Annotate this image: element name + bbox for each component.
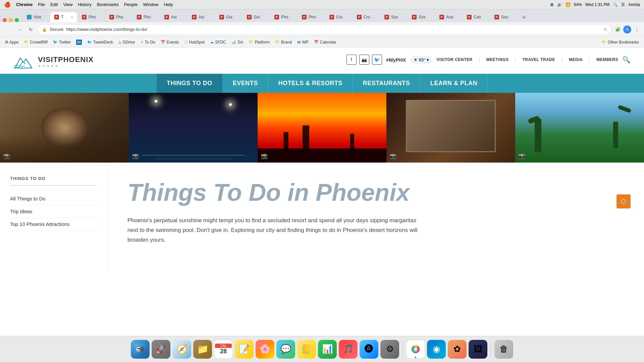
bookmark-calendar[interactable]: 📅 Calendar (312, 39, 339, 46)
dock-launchpad[interactable]: 🚀 (152, 340, 170, 359)
wifi-icon[interactable]: 📶 (566, 2, 571, 7)
calendar-dock-icon[interactable]: CAL 28 (214, 340, 233, 359)
dock-photos[interactable]: 🌸 (256, 340, 274, 359)
trash-icon[interactable]: 🗑 (494, 340, 513, 359)
menu-chrome[interactable]: Chrome (16, 2, 33, 7)
nav-learn-plan[interactable]: LEARN & PLAN (420, 74, 488, 93)
tab-pho4[interactable]: PPho (270, 12, 297, 22)
facebook-btn[interactable]: f (346, 55, 357, 65)
window-maximize-btn[interactable] (15, 18, 19, 22)
photo-3[interactable]: 📸 (258, 93, 386, 163)
address-bar[interactable]: 🔒 Secure https://www.visitphoenix.com/th… (38, 24, 612, 35)
dock-petal[interactable]: ✿ (448, 340, 467, 359)
back-btn[interactable]: ← (3, 25, 13, 34)
nav-visitor-center[interactable]: VISITOR CENTER (436, 57, 479, 62)
photos-icon[interactable]: 🌸 (256, 340, 274, 359)
bookmark-wp[interactable]: W WP (295, 39, 311, 46)
safari-icon[interactable]: 🧭 (172, 340, 191, 359)
twitter-btn[interactable]: 🐦 (372, 55, 382, 65)
nav-events[interactable]: EVENTS (223, 74, 268, 93)
menu-file[interactable]: File (38, 2, 45, 7)
petal-icon[interactable]: ✿ (448, 340, 467, 359)
tab-gui1[interactable]: PGui (215, 12, 242, 22)
dock-finder[interactable] (131, 340, 150, 359)
site-search-btn[interactable]: 🔍 (622, 56, 631, 64)
messages-icon[interactable]: 💬 (276, 340, 295, 359)
weather-widget[interactable]: ☀ 93° ▾ (410, 56, 433, 64)
dock-stickies[interactable]: 📒 (297, 340, 316, 359)
photo-1[interactable]: 📸 (0, 93, 129, 163)
reload-btn[interactable]: ↻ (26, 25, 36, 34)
tab-visitphoenix[interactable]: Visit (23, 12, 50, 22)
sidebar-link-trip[interactable]: Trip Ideas (10, 205, 97, 218)
bookmark-crowdriff[interactable]: 📁 CrowdRiff (21, 39, 50, 46)
sidebar-link-top10[interactable]: Top 10 Phoenix Attractions (10, 218, 97, 231)
control-center-icon[interactable]: ☰ (621, 2, 625, 7)
bookmark-platform[interactable]: 📁 Platform (246, 39, 272, 46)
tab-cro1[interactable]: PCro (325, 12, 352, 22)
tab-ana[interactable]: PAna (435, 12, 462, 22)
nav-meetings[interactable]: MEETINGS (486, 57, 516, 62)
bookmark-sfdc[interactable]: ☁ SFDC (208, 39, 228, 46)
bookmark-other[interactable]: 📁 Other Bookmarks (599, 39, 641, 46)
dock-photo2[interactable]: 🖼 (469, 340, 487, 359)
chrome-menu-icon[interactable]: ⋮ (633, 25, 641, 34)
numbers-icon[interactable]: 📊 (318, 340, 337, 359)
dock-notes[interactable]: 📝 (235, 340, 254, 359)
bookmark-star-icon[interactable]: ☆ (603, 27, 607, 32)
site-logo[interactable]: VISITPHOENIX ★ ★ ★ ★ ★ (13, 50, 94, 72)
tab-asi1[interactable]: PAsi (160, 12, 187, 22)
menu-window[interactable]: Window (143, 2, 158, 7)
tab-can[interactable]: PCan (463, 12, 490, 22)
sidebar-link-all[interactable]: All Things to Do (10, 192, 97, 205)
menu-edit[interactable]: Edit (50, 2, 58, 7)
bookmark-twitter[interactable]: 🐦 Twitter (51, 39, 73, 46)
photo2-icon[interactable]: 🖼 (469, 340, 487, 359)
appstore-icon[interactable]: 🅐 (360, 340, 378, 359)
photo-4[interactable]: 📸 (386, 93, 515, 163)
nav-hotels-resorts[interactable]: HOTELS & RESORTS (268, 74, 353, 93)
tab-active[interactable]: P T × (50, 12, 77, 22)
apple-logo-icon[interactable]: 🍎 (4, 1, 11, 8)
chrome-dock-icon[interactable] (406, 340, 425, 359)
files-icon[interactable]: 📁 (193, 340, 212, 359)
launchpad-icon[interactable]: 🚀 (152, 340, 170, 359)
dock-trash[interactable]: 🗑 (494, 340, 513, 359)
dock-edge[interactable]: ◉ (427, 340, 446, 359)
dock-files[interactable]: 📁 (193, 340, 212, 359)
settings-icon[interactable]: ⚙ (380, 340, 399, 359)
dock-safari[interactable]: 🧭 (172, 340, 191, 359)
tab-pho3[interactable]: PPho (133, 12, 160, 22)
tab-sce1[interactable]: PSce (380, 12, 407, 22)
dock-calendar[interactable]: CAL 28 (214, 340, 233, 359)
bookmark-ga[interactable]: 📊 GA (229, 39, 246, 46)
bookmark-gdrive[interactable]: △ GDrive (116, 39, 137, 46)
tab-sou[interactable]: PSou (490, 12, 517, 22)
tab-gui2[interactable]: PGui (243, 12, 270, 22)
bookmark-todo[interactable]: ✓ To Do (138, 39, 158, 46)
stickies-icon[interactable]: 📒 (297, 340, 316, 359)
nav-members[interactable]: MEMBERS (596, 57, 618, 62)
window-minimize-btn[interactable] (9, 18, 13, 22)
menu-history[interactable]: History (78, 2, 91, 7)
bookmark-hubspot[interactable]: ⬡ HubSpot (182, 39, 207, 46)
bookmark-events[interactable]: 📅 Events (158, 39, 181, 46)
bookmark-apps[interactable]: ⊞ Apps (3, 39, 21, 46)
nav-travel-trade[interactable]: TRAVEL TRADE (522, 57, 562, 62)
dock-itunes[interactable]: 🎵 (339, 340, 358, 359)
tab-sce2[interactable]: PSce (408, 12, 435, 22)
dock-numbers[interactable]: 📊 (318, 340, 337, 359)
itunes-icon[interactable]: 🎵 (339, 340, 358, 359)
bookmark-linkedin[interactable]: in (74, 39, 84, 46)
nav-media[interactable]: MEDIA (569, 57, 590, 62)
edge-icon[interactable]: ◉ (427, 340, 446, 359)
menu-help[interactable]: Help (164, 2, 173, 7)
bookmark-brand[interactable]: 📁 Brand (273, 39, 294, 46)
window-close-btn[interactable] (3, 18, 7, 22)
instagram-btn[interactable]: 📷 (359, 55, 369, 65)
nav-restaurants[interactable]: RESTAURANTS (353, 74, 420, 93)
notes-icon[interactable]: 📝 (235, 340, 254, 359)
search-icon[interactable]: 🔍 (613, 2, 618, 7)
volume-icon[interactable]: 🔊 (557, 2, 562, 7)
dock-appstore[interactable]: 🅐 (360, 340, 378, 359)
